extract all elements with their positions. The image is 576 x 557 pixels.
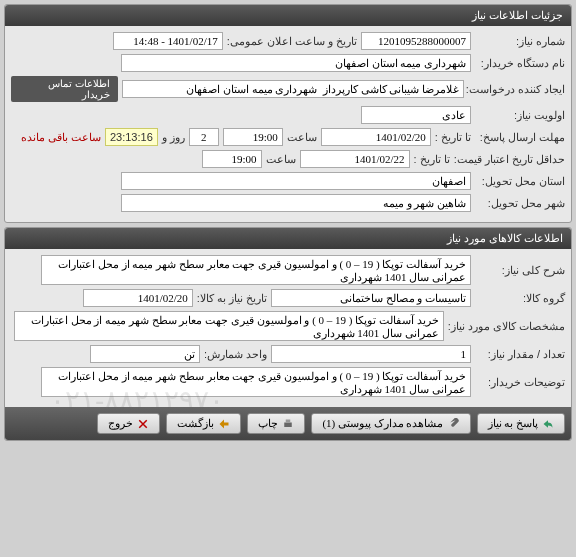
reply-date-field[interactable] bbox=[321, 128, 431, 146]
buyer-label: نام دستگاه خریدار: bbox=[475, 57, 565, 70]
print-icon bbox=[282, 418, 294, 430]
buyer-field[interactable] bbox=[121, 54, 471, 72]
days-remaining-field[interactable] bbox=[189, 128, 219, 146]
back-button-label: بازگشت bbox=[177, 417, 214, 430]
need-no-field[interactable] bbox=[361, 32, 471, 50]
need-info-panel: جزئیات اطلاعات نیاز شماره نیاز: تاریخ و … bbox=[4, 4, 572, 223]
creator-label: ایجاد کننده درخواست: bbox=[468, 83, 565, 96]
delivery-state-label: استان محل تحویل: bbox=[475, 175, 565, 188]
time-label-1: ساعت bbox=[287, 131, 317, 144]
reply-deadline-label: مهلت ارسال پاسخ: bbox=[475, 131, 565, 144]
group-field[interactable] bbox=[271, 289, 471, 307]
reply-time-field[interactable] bbox=[223, 128, 283, 146]
spec-field[interactable]: خرید آسفالت توپکا ( 19 – 0 ) و امولسیون … bbox=[14, 311, 444, 341]
desc-field[interactable]: خرید آسفالت توپکا ( 19 – 0 ) و امولسیون … bbox=[41, 255, 471, 285]
unit-field[interactable] bbox=[90, 345, 200, 363]
buyer-note-label: توضیحات خریدار: bbox=[475, 376, 565, 389]
reply-button-label: پاسخ به نیاز bbox=[488, 417, 539, 430]
reply-button[interactable]: پاسخ به نیاز bbox=[477, 413, 566, 434]
to-date-label: تا تاریخ : bbox=[435, 131, 471, 144]
creator-field[interactable] bbox=[122, 80, 465, 98]
back-button[interactable]: بازگشت bbox=[166, 413, 241, 434]
goods-info-panel: اطلاعات کالاهای مورد نیاز شرح کلی نیاز: … bbox=[4, 227, 572, 441]
announce-field[interactable] bbox=[113, 32, 223, 50]
exit-icon bbox=[137, 418, 149, 430]
panel2-title: اطلاعات کالاهای مورد نیاز bbox=[5, 228, 571, 249]
delivery-city-label: شهر محل تحویل: bbox=[475, 197, 565, 210]
time-remaining-field: 23:13:16 bbox=[105, 128, 158, 146]
qty-field[interactable] bbox=[271, 345, 471, 363]
attachment-icon bbox=[448, 418, 460, 430]
announce-label: تاریخ و ساعت اعلان عمومی: bbox=[227, 35, 357, 48]
price-validity-label: حداقل تاریخ اعتبار قیمت: bbox=[454, 153, 565, 166]
attachments-button[interactable]: مشاهده مدارک پیوستی (1) bbox=[311, 413, 470, 434]
need-date-field[interactable] bbox=[83, 289, 193, 307]
priority-label: اولویت نیاز: bbox=[475, 109, 565, 122]
price-date-field[interactable] bbox=[300, 150, 410, 168]
group-label: گروه کالا: bbox=[475, 292, 565, 305]
need-no-label: شماره نیاز: bbox=[475, 35, 565, 48]
priority-field[interactable] bbox=[361, 106, 471, 124]
back-icon bbox=[218, 418, 230, 430]
days-label: روز و bbox=[162, 131, 185, 144]
delivery-state-field[interactable] bbox=[121, 172, 471, 190]
attachments-button-label: مشاهده مدارک پیوستی (1) bbox=[322, 417, 443, 430]
unit-label: واحد شمارش: bbox=[204, 348, 267, 361]
qty-label: تعداد / مقدار نیاز: bbox=[475, 348, 565, 361]
contact-badge[interactable]: اطلاعات تماس خریدار bbox=[11, 76, 118, 102]
panel1-title: جزئیات اطلاعات نیاز bbox=[5, 5, 571, 26]
print-button-label: چاپ bbox=[258, 417, 278, 430]
remaining-label: ساعت باقی مانده bbox=[21, 131, 101, 144]
exit-button-label: خروج bbox=[108, 417, 133, 430]
spec-label: مشخصات کالای مورد نیاز: bbox=[448, 320, 565, 333]
print-button[interactable]: چاپ bbox=[247, 413, 305, 434]
delivery-city-field[interactable] bbox=[121, 194, 471, 212]
footer-toolbar: پاسخ به نیاز مشاهده مدارک پیوستی (1) چاپ… bbox=[5, 407, 571, 440]
svg-rect-0 bbox=[285, 422, 293, 427]
need-date-label: تاریخ نیاز به کالا: bbox=[197, 292, 267, 305]
price-time-field[interactable] bbox=[202, 150, 262, 168]
desc-label: شرح کلی نیاز: bbox=[475, 264, 565, 277]
svg-rect-1 bbox=[286, 419, 291, 422]
to-date-label-2: تا تاریخ : bbox=[414, 153, 450, 166]
time-label-2: ساعت bbox=[266, 153, 296, 166]
buyer-note-field[interactable]: خرید آسفالت توپکا ( 19 – 0 ) و امولسیون … bbox=[41, 367, 471, 397]
reply-icon bbox=[542, 418, 554, 430]
exit-button[interactable]: خروج bbox=[97, 413, 160, 434]
